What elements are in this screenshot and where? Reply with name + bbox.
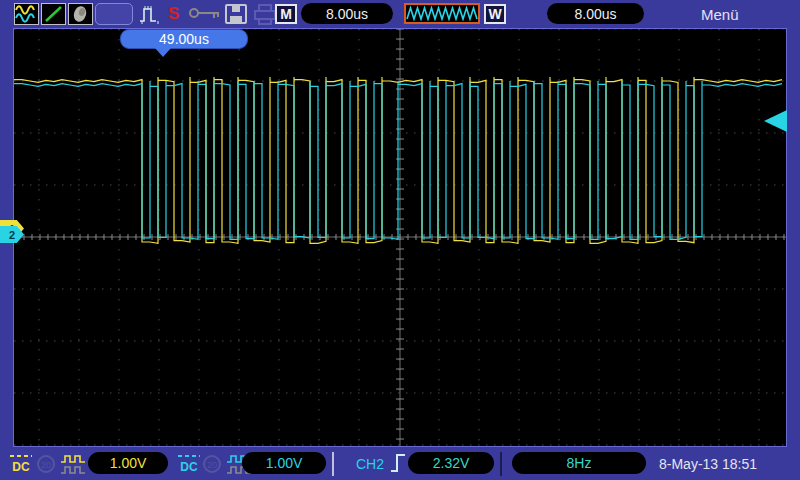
ch2-coupling-icon[interactable]: DC — [176, 452, 202, 480]
ch2-bandwidth-icon[interactable]: 20 — [202, 454, 222, 478]
ch1-coupling-icon[interactable]: DC — [8, 452, 34, 480]
ch1-coupling-label: DC — [12, 460, 30, 474]
floppy-glyph — [224, 3, 248, 25]
trigger-rising-edge-icon — [390, 451, 406, 479]
key-lock-icon[interactable] — [188, 5, 222, 25]
horizontal-window-widget[interactable] — [404, 3, 480, 24]
datetime-label: 8-May-13 18:51 — [659, 456, 757, 472]
status-s-indicator: S — [168, 4, 179, 24]
delay-time-tag[interactable]: 49.00us — [120, 29, 248, 49]
trigger-source-label: CH2 — [356, 456, 384, 472]
key-glyph — [188, 5, 222, 21]
save-floppy-icon[interactable] — [224, 3, 248, 29]
ch2-bandwidth-label: 20 — [207, 460, 217, 470]
photo-glyph — [69, 4, 92, 24]
window-wave-glyph — [406, 5, 478, 22]
oscilloscope-screen: S M 8.00us W 8.00us Menü 49.00us 1 2 — [0, 0, 800, 480]
cursor-line-icon[interactable] — [41, 3, 66, 25]
window-timebase-value: 8.00us — [547, 3, 644, 24]
pulse-glyph — [138, 3, 164, 25]
window-timebase-badge: W — [484, 4, 506, 24]
pulse-icon[interactable] — [138, 3, 164, 29]
statusbar-divider — [332, 452, 334, 476]
ch2-coupling-label: DC — [180, 460, 198, 474]
ch1-squarewave-icon[interactable] — [60, 452, 86, 480]
ch2-volts-per-div: 1.00V — [242, 452, 326, 474]
empty-toolbar-button[interactable] — [95, 3, 133, 25]
waves-glyph — [15, 4, 38, 24]
ch2-trace — [14, 81, 782, 239]
ch1-bandwidth-label: 20 — [41, 460, 51, 470]
graticule-area — [13, 28, 787, 447]
statusbar-divider-dark — [500, 452, 502, 476]
trigger-level-arrow[interactable] — [764, 110, 787, 132]
main-timebase-value: 8.00us — [301, 3, 393, 24]
waveform-plot — [14, 29, 786, 446]
display-photo-icon[interactable] — [68, 3, 93, 25]
main-timebase-badge: M — [275, 4, 297, 24]
ch1-volts-per-div: 1.00V — [88, 452, 168, 474]
trigger-level-value: 2.32V — [408, 452, 494, 474]
channel-waves-icon[interactable] — [14, 3, 39, 25]
frequency-counter: 8Hz — [512, 452, 646, 474]
delay-tag-pointer — [155, 48, 171, 57]
ch1-bandwidth-icon[interactable]: 20 — [36, 454, 56, 478]
line-glyph — [42, 4, 65, 24]
menu-label[interactable]: Menü — [701, 6, 739, 23]
